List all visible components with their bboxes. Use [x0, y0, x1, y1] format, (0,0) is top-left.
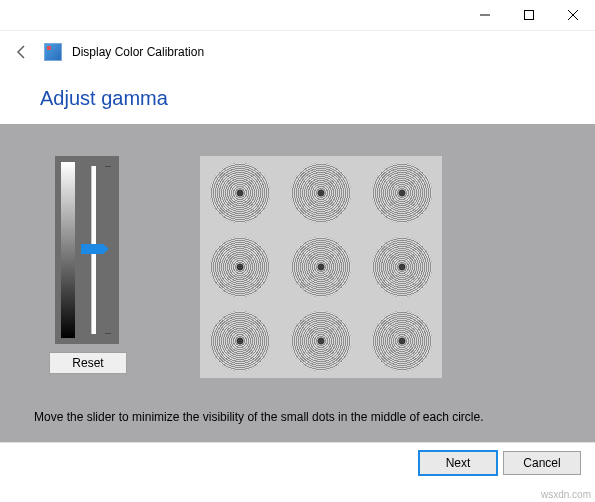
gamma-slider-box — [55, 156, 119, 344]
gamma-slider[interactable] — [81, 162, 115, 338]
gamma-circle-icon — [210, 311, 270, 371]
gradient-strip — [61, 162, 75, 338]
gamma-cell — [281, 156, 362, 230]
page-heading: Adjust gamma — [0, 73, 595, 124]
gamma-circle-icon — [291, 311, 351, 371]
gamma-test-pattern — [200, 156, 442, 378]
watermark: wsxdn.com — [541, 489, 591, 500]
titlebar — [0, 0, 595, 31]
footer: Next Cancel — [0, 442, 595, 483]
gamma-circle-icon — [210, 163, 270, 223]
gamma-cell — [200, 304, 281, 378]
gamma-cell — [281, 230, 362, 304]
back-button[interactable] — [10, 40, 34, 64]
maximize-button[interactable] — [507, 0, 551, 30]
gamma-cell — [281, 304, 362, 378]
gamma-cell — [361, 230, 442, 304]
app-title: Display Color Calibration — [72, 45, 204, 59]
main-panel: Reset Move the slider to minimize the vi… — [0, 124, 595, 442]
gamma-circle-icon — [372, 163, 432, 223]
gamma-cell — [361, 304, 442, 378]
minimize-button[interactable] — [463, 0, 507, 30]
gamma-cell — [200, 230, 281, 304]
gamma-circle-icon — [291, 237, 351, 297]
gamma-circle-icon — [291, 163, 351, 223]
instruction-text: Move the slider to minimize the visibili… — [34, 410, 575, 424]
app-icon — [44, 43, 62, 61]
gamma-cell — [361, 156, 442, 230]
close-button[interactable] — [551, 0, 595, 30]
gamma-circle-icon — [210, 237, 270, 297]
gamma-circle-icon — [372, 311, 432, 371]
header: Display Color Calibration — [0, 31, 595, 73]
slider-thumb[interactable] — [81, 244, 103, 254]
reset-button[interactable]: Reset — [49, 352, 127, 374]
cancel-button[interactable]: Cancel — [503, 451, 581, 475]
slider-tick-bottom — [105, 333, 111, 334]
svg-rect-1 — [525, 11, 534, 20]
next-button[interactable]: Next — [419, 451, 497, 475]
gamma-cell — [200, 156, 281, 230]
slider-tick-top — [105, 166, 111, 167]
gamma-circle-icon — [372, 237, 432, 297]
